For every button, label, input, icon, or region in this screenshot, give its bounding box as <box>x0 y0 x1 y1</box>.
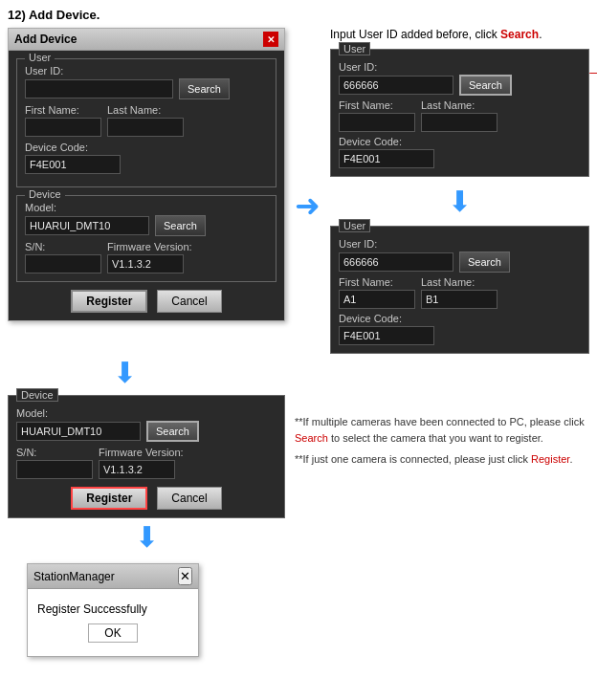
dialog-title: Add Device <box>14 33 77 46</box>
down-arrow-icon-2: ⬇ <box>113 357 137 388</box>
bottom-device-panel: Device Model: Search S/N: Firmware Versi… <box>8 395 285 518</box>
station-close-button[interactable]: ✕ <box>178 567 192 585</box>
model-block: Model: Search <box>25 202 268 236</box>
bottom-firmware-input[interactable] <box>99 460 175 479</box>
model-label: Model: <box>25 202 268 213</box>
panel2-userid-label: User ID: <box>339 238 581 250</box>
panel2-devicecode-input[interactable] <box>339 326 434 345</box>
bottom-area: Device Model: Search S/N: Firmware Versi… <box>8 395 589 657</box>
arrow-right-container: ➜ <box>295 28 321 354</box>
bottom-device-container: Device Model: Search S/N: Firmware Versi… <box>8 395 285 657</box>
sn-firmware-row: S/N: Firmware Version: <box>25 241 268 273</box>
red-arrow-icon: → <box>586 60 597 85</box>
sn-label: S/N: <box>25 241 101 252</box>
device-code-block: Device Code: <box>25 142 268 174</box>
dialog-close-button[interactable]: ✕ <box>263 32 278 47</box>
page-container: 12) Add Device. Add Device ✕ User User I… <box>0 0 597 665</box>
notes-container: **If multiple cameras have been connecte… <box>295 395 589 657</box>
note-1: **If multiple cameras have been connecte… <box>295 414 589 446</box>
panel1-lastname-input[interactable] <box>421 113 498 132</box>
user-id-block: User ID: Search <box>25 65 268 99</box>
cancel-button[interactable]: Cancel <box>157 290 221 313</box>
device-code-input[interactable] <box>25 155 121 174</box>
bottom-search-button[interactable]: Search <box>146 421 199 442</box>
bottom-register-button[interactable]: Register <box>71 487 147 510</box>
user-search-button[interactable]: Search <box>179 78 230 99</box>
panel1-firstname-label: First Name: <box>339 99 415 111</box>
panel2-userid-input[interactable] <box>339 252 453 272</box>
name-row: First Name: Last Name: <box>25 104 268 137</box>
model-input[interactable] <box>25 216 149 235</box>
panel1-user-label: User <box>339 42 370 55</box>
dialog-titlebar: Add Device ✕ <box>9 29 284 51</box>
station-title: StationManager <box>33 570 115 583</box>
panel1-userid-label: User ID: <box>339 61 581 73</box>
down-arrow-1: ⬇ <box>330 185 589 218</box>
panel1-name-row: First Name: Last Name: <box>339 99 581 132</box>
bottom-sn-label: S/N: <box>16 447 93 458</box>
instruction-search-word: Search <box>500 28 539 41</box>
down-arrow-2: ⬇ <box>113 356 589 389</box>
panel2-lastname-label: Last Name: <box>421 276 498 288</box>
right-panel-1-wrapper: User User ID: Search First Name: <box>330 49 589 177</box>
panel1-lastname-label: Last Name: <box>421 99 498 111</box>
instruction-text: Input User ID added before, click Search… <box>330 28 589 41</box>
down-arrow-3: ⬇ <box>8 520 285 554</box>
bottom-sn-firmware-row: S/N: Firmware Version: <box>16 447 276 479</box>
station-manager-dialog: StationManager ✕ Register Successfully O… <box>27 563 199 657</box>
arrow-right-icon: ➜ <box>295 187 321 224</box>
panel1-userid-block: User ID: Search <box>339 61 581 96</box>
sn-input[interactable] <box>25 254 101 273</box>
station-titlebar: StationManager ✕ <box>28 564 198 589</box>
panel2-firstname-label: First Name: <box>339 276 415 288</box>
firmware-input[interactable] <box>107 254 184 273</box>
action-btn-row: Register Cancel <box>16 290 276 313</box>
user-section: User User ID: Search First Name: <box>16 58 276 187</box>
bottom-cancel-button[interactable]: Cancel <box>157 487 221 510</box>
register-button[interactable]: Register <box>71 290 147 313</box>
panel2-firstname-input[interactable] <box>339 290 415 309</box>
first-name-label: First Name: <box>25 104 101 116</box>
panel1-search-button[interactable]: Search <box>459 75 512 96</box>
device-section: Device Model: Search S/N: <box>16 195 276 282</box>
station-message: Register Successfully <box>37 602 188 616</box>
panel2-devicecode-label: Device Code: <box>339 313 581 324</box>
step-label: 12) Add Device. <box>8 8 589 22</box>
bottom-model-input[interactable] <box>16 422 141 441</box>
user-id-input[interactable] <box>25 79 173 98</box>
last-name-label: Last Name: <box>107 104 184 116</box>
bottom-model-block: Model: Search <box>16 407 276 442</box>
first-name-input[interactable] <box>25 118 101 137</box>
right-user-panel-2: User User ID: Search First Name: <box>330 226 589 354</box>
panel2-lastname-input[interactable] <box>421 290 498 309</box>
down-arrow-icon-1: ⬇ <box>448 186 472 217</box>
note-search-word: Search <box>295 432 328 444</box>
dialog-body: User User ID: Search First Name: <box>9 51 284 320</box>
user-section-label: User <box>25 52 55 63</box>
panel1-userid-input[interactable] <box>339 76 453 95</box>
panel1-devicecode-input[interactable] <box>339 149 434 168</box>
panel2-devicecode-block: Device Code: <box>339 313 581 345</box>
note-2: **If just one camera is connected, pleas… <box>295 451 589 468</box>
station-body: Register Successfully OK <box>28 589 198 656</box>
right-user-panel-1: User User ID: Search First Name: <box>330 49 589 177</box>
ok-button[interactable]: OK <box>88 623 137 643</box>
bottom-sn-input[interactable] <box>16 460 93 479</box>
panel2-userid-block: User ID: Search <box>339 238 581 273</box>
right-column: Input User ID added before, click Search… <box>330 28 589 354</box>
device-search-button[interactable]: Search <box>155 215 206 236</box>
device-section-label: Device <box>25 188 65 200</box>
firmware-label: Firmware Version: <box>107 241 192 252</box>
panel2-search-button[interactable]: Search <box>459 252 510 273</box>
down-arrow-icon-3: ⬇ <box>135 521 159 553</box>
bottom-action-btn-row: Register Cancel <box>16 487 276 510</box>
last-name-input[interactable] <box>107 118 184 137</box>
panel2-name-row: First Name: Last Name: <box>339 276 581 309</box>
note-register-word: Register <box>531 453 569 465</box>
panel1-devicecode-label: Device Code: <box>339 136 581 147</box>
bottom-model-label: Model: <box>16 407 276 419</box>
panel2-user-label: User <box>339 219 370 232</box>
panel1-firstname-input[interactable] <box>339 113 415 132</box>
panel1-devicecode-block: Device Code: <box>339 136 581 168</box>
device-code-label: Device Code: <box>25 142 268 153</box>
